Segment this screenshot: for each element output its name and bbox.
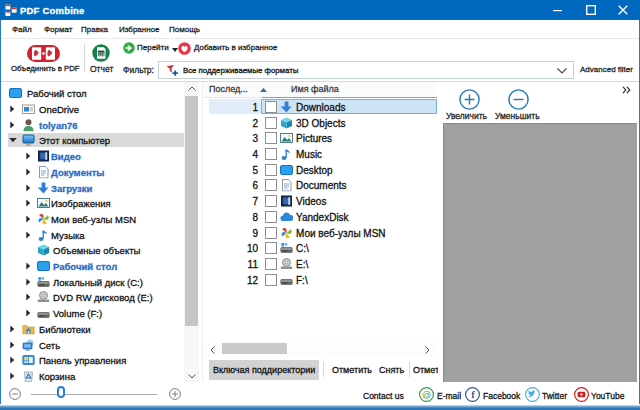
svg-text:f: f <box>471 389 475 400</box>
svg-text:@: @ <box>422 390 431 400</box>
